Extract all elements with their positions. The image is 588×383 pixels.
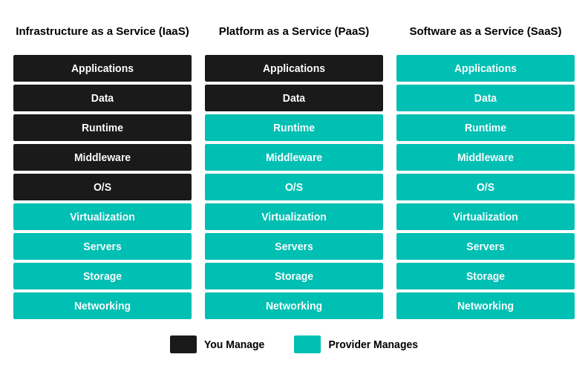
row-saas-networking: Networking (396, 292, 575, 319)
columns-container: Infrastructure as a Service (IaaS)Applic… (7, 15, 581, 322)
row-paas-servers: Servers (205, 233, 383, 260)
row-saas-applications: Applications (396, 55, 575, 82)
row-iaas-o-s: O/S (13, 174, 192, 200)
legend-item-you: You Manage (170, 335, 264, 353)
row-paas-virtualization: Virtualization (205, 203, 383, 230)
row-iaas-applications: Applications (13, 55, 192, 82)
column-paas: Platform as a Service (PaaS)Applications… (205, 15, 383, 322)
row-saas-data: Data (396, 85, 575, 111)
row-paas-storage: Storage (205, 263, 383, 289)
row-paas-middleware: Middleware (205, 144, 383, 171)
row-iaas-runtime: Runtime (13, 114, 192, 141)
legend-box-you (170, 335, 197, 353)
legend: You Manage Provider Manages (170, 335, 418, 353)
legend-box-provider (294, 335, 321, 353)
row-iaas-data: Data (13, 85, 192, 111)
legend-you-label: You Manage (204, 338, 264, 350)
legend-item-provider: Provider Manages (294, 335, 418, 353)
row-saas-virtualization: Virtualization (396, 203, 575, 230)
row-saas-runtime: Runtime (396, 114, 575, 141)
legend-provider-label: Provider Manages (328, 338, 418, 350)
row-iaas-storage: Storage (13, 263, 192, 289)
row-saas-middleware: Middleware (396, 144, 575, 171)
column-saas: Software as a Service (SaaS)Applications… (396, 15, 575, 322)
row-paas-o-s: O/S (205, 174, 383, 200)
row-iaas-virtualization: Virtualization (13, 203, 192, 230)
column-iaas: Infrastructure as a Service (IaaS)Applic… (13, 15, 192, 322)
row-iaas-middleware: Middleware (13, 144, 192, 171)
row-paas-runtime: Runtime (205, 114, 383, 141)
row-paas-applications: Applications (205, 55, 383, 82)
row-saas-storage: Storage (396, 263, 575, 289)
row-paas-networking: Networking (205, 292, 383, 319)
row-iaas-networking: Networking (13, 292, 192, 319)
column-title-iaas: Infrastructure as a Service (IaaS) (13, 15, 192, 48)
row-paas-data: Data (205, 85, 383, 111)
column-title-saas: Software as a Service (SaaS) (396, 15, 575, 48)
row-iaas-servers: Servers (13, 233, 192, 260)
row-saas-servers: Servers (396, 233, 575, 260)
column-title-paas: Platform as a Service (PaaS) (205, 15, 383, 48)
row-saas-o-s: O/S (396, 174, 575, 200)
